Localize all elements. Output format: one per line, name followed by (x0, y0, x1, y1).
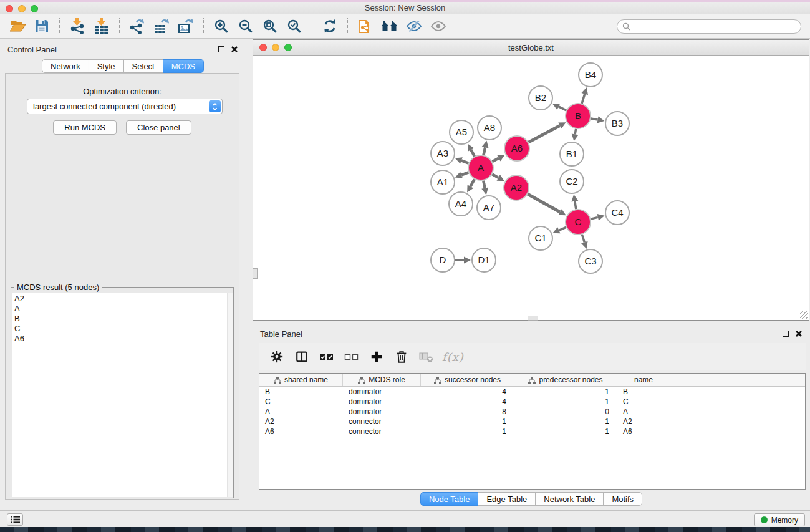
edge-A-A7[interactable] (483, 181, 485, 188)
function-builder-button[interactable]: f(x) (442, 347, 464, 366)
add-row-button[interactable] (367, 347, 386, 366)
close-panel-button[interactable]: Close panel (126, 120, 191, 135)
edge-A-A2[interactable] (492, 174, 498, 178)
table-cell[interactable]: A (259, 407, 343, 416)
zoom-selected-button[interactable] (283, 17, 306, 36)
table-row[interactable]: Cdominator41C (259, 397, 805, 407)
criterion-dropdown[interactable]: largest connected component (directed) (27, 99, 223, 114)
table-cell[interactable]: connector (343, 417, 421, 426)
edge-A6-B[interactable] (529, 125, 560, 142)
mcds-result-item[interactable]: C (14, 324, 233, 334)
tab-edge-table[interactable]: Edge Table (478, 492, 536, 506)
new-network-from-selection-button[interactable] (354, 17, 377, 36)
export-network-button[interactable] (126, 17, 148, 36)
network-zoom-button[interactable] (284, 44, 292, 51)
select-all-button[interactable] (317, 347, 336, 366)
edge-B-B4[interactable] (582, 94, 585, 104)
table-cell[interactable]: 1 (514, 397, 617, 406)
tab-node-table[interactable]: Node Table (420, 492, 479, 506)
mcds-result-item[interactable]: A (14, 304, 233, 314)
edge-C-C4[interactable] (591, 217, 597, 219)
tab-motifs[interactable]: Motifs (604, 492, 642, 506)
network-window-titlebar[interactable]: testGlobe.txt (253, 40, 809, 56)
close-table-panel-icon[interactable] (795, 330, 803, 337)
run-mcds-button[interactable]: Run MCDS (53, 120, 117, 135)
task-history-button[interactable] (7, 513, 23, 526)
table-cell[interactable]: B (259, 387, 343, 396)
edge-A-A6[interactable] (493, 158, 499, 162)
apply-layout-button[interactable] (319, 17, 341, 36)
import-table-button[interactable] (90, 17, 113, 36)
save-session-button[interactable] (31, 17, 53, 36)
tab-network[interactable]: Network (42, 59, 89, 73)
mcds-result-item[interactable]: A6 (14, 334, 233, 344)
column-header-MCDS-role[interactable]: MCDS role (343, 374, 421, 386)
edge-C-C1[interactable] (559, 227, 566, 230)
table-cell[interactable]: A2 (259, 417, 343, 426)
network-canvas[interactable]: B4B2BB3A5A8A6B1A3AC2A1A2A4A7C4CC1C3DD1 (253, 56, 809, 320)
bottom-collapse-handle[interactable] (528, 316, 538, 321)
mcds-result-list[interactable]: A2ABCA6 (12, 293, 233, 497)
edge-C-C2[interactable] (575, 201, 576, 210)
left-collapse-handle[interactable] (253, 268, 258, 279)
show-hidden-button[interactable] (427, 17, 450, 36)
search-input[interactable] (617, 19, 801, 34)
table-cell[interactable]: 8 (421, 407, 514, 416)
edge-B-B3[interactable] (591, 118, 598, 120)
tab-select[interactable]: Select (124, 59, 163, 73)
close-window-button[interactable] (6, 5, 13, 12)
tab-network-table[interactable]: Network Table (536, 492, 604, 506)
table-cell[interactable]: 0 (514, 407, 617, 416)
table-cell[interactable]: dominator (343, 407, 421, 416)
column-header-successor-nodes[interactable]: successor nodes (421, 374, 514, 386)
edge-B-B2[interactable] (559, 107, 566, 110)
dropdown-stepper[interactable] (209, 100, 221, 112)
table-cell[interactable]: 4 (421, 397, 514, 406)
export-table-button[interactable] (150, 17, 173, 36)
mcds-result-item[interactable]: A2 (14, 294, 233, 304)
delete-row-button[interactable] (392, 347, 411, 366)
hide-selected-button[interactable] (403, 17, 425, 36)
float-table-panel-icon[interactable] (783, 331, 789, 337)
column-header-name[interactable]: name (617, 374, 670, 386)
table-cell[interactable]: 4 (421, 387, 514, 396)
memory-button[interactable]: Memory (754, 513, 805, 526)
table-cell[interactable]: 1 (514, 417, 617, 426)
table-cell[interactable]: A2 (617, 417, 670, 426)
table-cell[interactable]: C (617, 397, 670, 406)
edge-A-A8[interactable] (483, 147, 485, 155)
column-header-shared-name[interactable]: shared name (259, 374, 343, 386)
table-settings-button[interactable] (268, 347, 286, 366)
table-cell[interactable]: dominator (343, 387, 421, 396)
table-row[interactable]: A2connector11A2 (259, 417, 805, 427)
edge-B-B1[interactable] (575, 129, 576, 135)
deselect-all-button[interactable] (342, 347, 361, 366)
table-cell[interactable]: 1 (514, 427, 617, 436)
tab-style[interactable]: Style (89, 59, 124, 73)
table-cell[interactable]: 1 (514, 387, 617, 396)
table-cell[interactable]: A6 (617, 427, 670, 436)
minimize-window-button[interactable] (18, 5, 26, 12)
mcds-result-item[interactable]: B (14, 314, 233, 324)
table-cell[interactable]: dominator (343, 397, 421, 406)
tab-mcds[interactable]: MCDS (163, 59, 204, 73)
delete-table-button[interactable] (417, 347, 436, 366)
mcds-result-scrollbar[interactable] (227, 293, 233, 497)
table-cell[interactable]: C (259, 397, 343, 406)
export-image-button[interactable] (175, 17, 197, 36)
edge-A2-C[interactable] (528, 194, 560, 212)
edge-A-A3[interactable] (461, 160, 468, 163)
edge-C-C3[interactable] (582, 235, 584, 242)
table-cell[interactable]: A (617, 407, 670, 416)
table-cell[interactable]: connector (343, 427, 421, 436)
network-minimize-button[interactable] (272, 44, 279, 51)
table-row[interactable]: Adominator80A (259, 407, 805, 417)
network-close-button[interactable] (259, 44, 267, 51)
resize-grip[interactable] (800, 311, 808, 319)
zoom-in-button[interactable] (210, 17, 233, 36)
table-cell[interactable]: 1 (421, 417, 514, 426)
first-neighbors-button[interactable] (378, 17, 401, 36)
edge-A-A4[interactable] (470, 179, 474, 186)
edge-A-A5[interactable] (471, 150, 475, 156)
table-row[interactable]: A6connector11A6 (259, 427, 805, 437)
